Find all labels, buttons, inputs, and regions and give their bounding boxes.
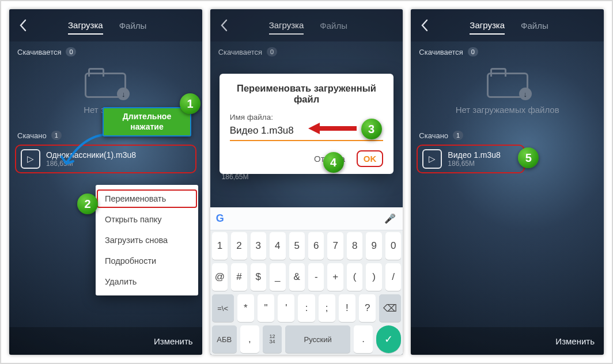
file-size: 186,65M <box>448 160 501 168</box>
tooltip-arrow-icon <box>58 132 110 173</box>
ctx-details[interactable]: Подробности <box>96 251 198 271</box>
key-9[interactable]: 9 <box>366 232 381 260</box>
topbar: Загрузка Файлы <box>9 9 202 41</box>
tabs: Загрузка Файлы <box>68 17 146 35</box>
folder-download-icon: ↓ <box>487 67 528 98</box>
empty-text: Нет загружаемых файлов <box>456 105 559 115</box>
ctx-delete[interactable]: Удалить <box>96 271 198 292</box>
key-dquote[interactable]: " <box>258 294 274 322</box>
key-colon[interactable]: : <box>298 294 315 322</box>
key-numfrac[interactable]: 12 34 <box>263 325 282 353</box>
file-name: Видео 1.m3u8 <box>448 150 501 160</box>
downloaded-label: Скачано <box>17 131 47 140</box>
kbd-row-1: 1 2 3 4 5 6 7 8 9 0 <box>210 230 403 261</box>
key-8[interactable]: 8 <box>347 232 362 260</box>
key-amp[interactable]: & <box>289 263 305 291</box>
empty-state: ↓ Нет загружаемых файлов <box>411 60 604 125</box>
downloaded-label: Скачано <box>419 131 448 140</box>
key-5[interactable]: 5 <box>289 232 305 260</box>
key-plus[interactable]: + <box>327 263 343 291</box>
key-semicolon[interactable]: ; <box>319 294 335 322</box>
key-space[interactable]: Русский <box>285 325 350 353</box>
ok-button[interactable]: OK <box>357 150 384 167</box>
key-0[interactable]: 0 <box>385 232 401 260</box>
step-bubble-1: 1 <box>180 93 200 114</box>
downloading-count: 0 <box>468 47 478 56</box>
key-squote[interactable]: ' <box>278 294 294 322</box>
key-at[interactable]: @ <box>212 263 228 291</box>
step-bubble-4: 4 <box>323 152 344 173</box>
key-enter[interactable]: ✓ <box>376 325 401 353</box>
panel-1-before: Загрузка Файлы Скачивается 0 ↓ Нет загру… <box>9 9 202 355</box>
key-symbols[interactable]: =\< <box>212 294 234 322</box>
tab-files[interactable]: Файлы <box>119 17 147 34</box>
tabs: Загрузка Файлы <box>470 17 548 35</box>
key-underscore[interactable]: _ <box>270 263 285 291</box>
tab-download[interactable]: Загрузка <box>470 17 505 35</box>
long-press-tooltip: Длительное нажатие <box>103 107 191 136</box>
step-bubble-3: 3 <box>361 119 382 139</box>
key-3[interactable]: 3 <box>251 232 266 260</box>
folder-download-icon: ↓ <box>85 67 126 98</box>
context-menu: Переименовать Открыть папку Загрузить сн… <box>96 185 198 295</box>
mic-icon[interactable]: 🎤 <box>383 212 397 226</box>
ctx-rename[interactable]: Переименовать <box>96 188 198 209</box>
onscreen-keyboard: G 🎤 1 2 3 4 5 6 7 8 9 0 @ # <box>210 207 403 355</box>
step-bubble-5: 5 <box>518 147 539 168</box>
ctx-open-folder[interactable]: Открыть папку <box>96 209 198 230</box>
edit-button[interactable]: Изменить <box>555 336 595 346</box>
google-logo-icon: G <box>216 213 224 225</box>
svg-marker-1 <box>308 123 320 134</box>
footer: Изменить <box>9 327 202 355</box>
downloaded-count: 1 <box>453 131 463 140</box>
ghost-file-size: 186,65M <box>222 173 249 181</box>
key-2[interactable]: 2 <box>231 232 247 260</box>
field-label: Имя файла: <box>230 113 384 122</box>
chevron-left-icon <box>421 19 429 32</box>
panel-3-after: Загрузка Файлы Скачивается 0 ↓ Нет загру… <box>411 9 604 355</box>
downloading-label: Скачивается <box>17 48 61 56</box>
panel-2-rename-dialog: Загрузка Файлы Скачивается 0 186,65M Пер… <box>210 9 403 355</box>
downloaded-section: Скачано 1 <box>411 125 604 143</box>
key-lparen[interactable]: ( <box>347 263 362 291</box>
ctx-reload[interactable]: Загрузить снова <box>96 230 198 251</box>
key-dot[interactable]: . <box>354 325 373 353</box>
key-comma[interactable]: , <box>240 325 259 353</box>
downloading-count: 0 <box>66 47 76 56</box>
video-file-icon: ▷ <box>422 149 442 169</box>
red-arrow-icon <box>307 121 358 136</box>
edit-button[interactable]: Изменить <box>154 336 193 346</box>
kbd-row-2: @ # $ _ & - + ( ) / <box>210 261 403 293</box>
kbd-row-3: =\< * " ' : ; ! ? ⌫ <box>210 293 403 324</box>
downloading-section: Скачивается 0 <box>9 41 202 60</box>
tab-files[interactable]: Файлы <box>521 17 548 34</box>
key-7[interactable]: 7 <box>327 232 343 260</box>
key-hash[interactable]: # <box>231 263 247 291</box>
key-excl[interactable]: ! <box>339 294 355 322</box>
downloading-label: Скачивается <box>419 48 463 56</box>
back-button[interactable] <box>13 9 33 41</box>
key-1[interactable]: 1 <box>212 232 228 260</box>
downloading-section: Скачивается 0 <box>411 41 604 60</box>
step-bubble-2: 2 <box>77 194 98 214</box>
topbar: Загрузка Файлы <box>411 9 604 41</box>
key-dollar[interactable]: $ <box>251 263 266 291</box>
kbd-row-4: АБВ , 12 34 Русский . ✓ <box>210 324 403 355</box>
key-question[interactable]: ? <box>359 294 376 322</box>
key-4[interactable]: 4 <box>270 232 285 260</box>
keyboard-suggestion-bar: G 🎤 <box>210 207 403 230</box>
footer: Изменить <box>411 327 604 355</box>
key-slash[interactable]: / <box>385 263 401 291</box>
key-rparen[interactable]: ) <box>366 263 381 291</box>
tab-download[interactable]: Загрузка <box>68 17 103 35</box>
chevron-left-icon <box>19 19 27 32</box>
key-abc[interactable]: АБВ <box>212 325 237 353</box>
back-button[interactable] <box>414 9 435 41</box>
key-star[interactable]: * <box>237 294 254 322</box>
key-6[interactable]: 6 <box>308 232 324 260</box>
dialog-title: Переименовать загруженный файл <box>230 83 384 105</box>
video-file-icon: ▷ <box>21 149 40 169</box>
key-backspace[interactable]: ⌫ <box>379 294 401 322</box>
downloaded-file-item[interactable]: ▷ Видео 1.m3u8 186,65M <box>417 145 525 173</box>
key-minus[interactable]: - <box>308 263 324 291</box>
